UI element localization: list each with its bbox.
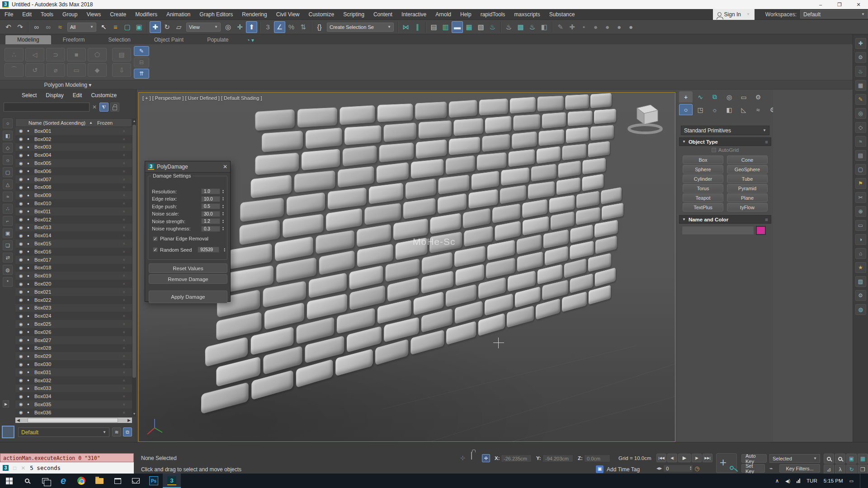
- table-row[interactable]: ◉●Box007∗: [15, 175, 132, 183]
- visibility-eye-icon[interactable]: ◉: [19, 201, 24, 206]
- strip-flag-icon[interactable]: ⚑: [855, 178, 866, 189]
- key-steps-icon[interactable]: ⌁: [769, 465, 773, 472]
- table-row[interactable]: ◉●Box013∗: [15, 224, 132, 232]
- spinner-icon[interactable]: ▲▼: [221, 226, 225, 232]
- dot4-icon[interactable]: ●: [613, 21, 625, 33]
- menu-civil-view[interactable]: Civil View: [272, 9, 304, 19]
- visibility-eye-icon[interactable]: ◉: [19, 362, 24, 367]
- strip-half-icon[interactable]: ◑: [855, 234, 866, 245]
- field-of-view-icon[interactable]: ⊿: [824, 465, 834, 474]
- strip-grid-icon[interactable]: ▦: [855, 80, 866, 91]
- vertical-scrollbar[interactable]: ▲ ▼: [132, 118, 137, 417]
- strip-disc-icon[interactable]: ◍: [855, 304, 866, 315]
- y-coordinate-field[interactable]: -94.203cm: [542, 455, 573, 462]
- visibility-eye-icon[interactable]: ◉: [19, 273, 24, 278]
- renderable-icon[interactable]: ●: [27, 346, 32, 350]
- visibility-eye-icon[interactable]: ◉: [19, 257, 24, 262]
- percent-snap-icon[interactable]: %: [286, 21, 297, 33]
- renderable-icon[interactable]: ●: [27, 354, 32, 358]
- table-row[interactable]: ◉●Box001∗: [15, 127, 132, 135]
- spinner-icon[interactable]: ▲▼: [221, 196, 225, 202]
- table-row[interactable]: ◉●Box033∗: [15, 385, 132, 393]
- renderable-icon[interactable]: ●: [27, 290, 32, 294]
- ribbon-button-8[interactable]: ▭: [67, 63, 86, 77]
- explorer-column-header[interactable]: Name (Sorted Ascending) ▲ Frozen: [15, 118, 132, 127]
- table-row[interactable]: ◉●Box008∗: [15, 183, 132, 192]
- table-row[interactable]: ◉●Box012∗: [15, 216, 132, 224]
- menu-help[interactable]: Help: [456, 9, 476, 19]
- tab-utilities[interactable]: ⚙: [751, 91, 765, 103]
- ribbon-extra-button-0[interactable]: ▤: [112, 48, 131, 61]
- table-row[interactable]: ◉●Box027∗: [15, 336, 132, 344]
- ribbon-button-0[interactable]: ∴: [5, 48, 24, 61]
- renderable-icon[interactable]: ●: [27, 193, 32, 197]
- ribbon-tab-populate[interactable]: Populate: [195, 35, 240, 44]
- checkbox-checked-icon[interactable]: ✓: [153, 236, 158, 241]
- autogrid-checkbox[interactable]: [712, 148, 716, 152]
- create-teapot-button[interactable]: Teapot: [683, 193, 723, 202]
- snap-toggle-icon[interactable]: 3: [262, 21, 274, 33]
- auto-key-button[interactable]: Auto Key: [741, 454, 767, 463]
- renderable-icon[interactable]: ●: [27, 249, 32, 253]
- rendered-frame-window-icon[interactable]: ▩: [515, 21, 526, 33]
- ribbon-button-7[interactable]: ⌀: [46, 63, 65, 77]
- scroll-down-icon[interactable]: ▼: [132, 411, 137, 417]
- renderable-icon[interactable]: ●: [27, 209, 32, 213]
- renderable-icon[interactable]: ●: [27, 242, 32, 246]
- menu-rapidtools[interactable]: rapidTools: [476, 9, 510, 19]
- renderable-icon[interactable]: ●: [27, 234, 32, 238]
- hierarchy-view-button[interactable]: ⧉: [123, 427, 132, 436]
- named-selection-sets-icon[interactable]: {}: [314, 21, 325, 33]
- table-row[interactable]: ◉●Box014∗: [15, 231, 132, 239]
- strip-gear-icon[interactable]: ⚙: [855, 52, 866, 63]
- scene-explorer-toggle-icon[interactable]: ▤: [428, 21, 439, 33]
- bind-spacewarp-icon[interactable]: ≈: [54, 21, 66, 33]
- z-coordinate-field[interactable]: 0.0cm: [584, 455, 610, 462]
- menu-create[interactable]: Create: [105, 9, 131, 19]
- add-icon[interactable]: ✚: [566, 21, 578, 33]
- visibility-eye-icon[interactable]: ◉: [19, 169, 24, 174]
- ribbon-button-9[interactable]: ◆: [88, 63, 107, 77]
- sign-in-button[interactable]: Sign In ▼: [713, 9, 755, 20]
- visibility-eye-icon[interactable]: ◉: [19, 241, 24, 246]
- primitive-category-dropdown[interactable]: Standard Primitives ▼: [681, 126, 769, 135]
- subtab-shapes[interactable]: ◳: [693, 104, 707, 115]
- ribbon-button-6[interactable]: ↺: [25, 63, 44, 77]
- table-row[interactable]: ◉●Box021∗: [15, 288, 132, 296]
- layer-list-button[interactable]: ≋: [112, 427, 121, 436]
- create-tube-button[interactable]: Tube: [727, 174, 768, 183]
- menu-modifiers[interactable]: Modifiers: [131, 9, 162, 19]
- table-row[interactable]: ◉●Box011∗: [15, 207, 132, 216]
- table-row[interactable]: ◉●Box017∗: [15, 256, 132, 264]
- spinner-icon[interactable]: ▲▼: [221, 218, 225, 224]
- table-row[interactable]: ◉●Box005∗: [15, 159, 132, 167]
- menu-maxscripts[interactable]: maxscripts: [509, 9, 544, 19]
- visibility-eye-icon[interactable]: ◉: [19, 177, 24, 182]
- create-torus-button[interactable]: Torus: [683, 184, 723, 192]
- table-row[interactable]: ◉●Box022∗: [15, 296, 132, 304]
- display-shapes-icon[interactable]: ◇: [3, 143, 13, 153]
- renderable-icon[interactable]: ●: [27, 258, 32, 262]
- renderable-icon[interactable]: ●: [27, 378, 32, 382]
- table-row[interactable]: ◉●Box016∗: [15, 248, 132, 256]
- task-view[interactable]: [36, 474, 54, 488]
- ribbon-extra-button-1[interactable]: ⇩: [112, 63, 131, 77]
- use-pivot-center-icon[interactable]: ◎: [222, 21, 234, 33]
- filter-button[interactable]: ⧨: [99, 103, 108, 112]
- renderable-icon[interactable]: ●: [27, 202, 32, 206]
- field-value[interactable]: 10.0: [201, 196, 220, 202]
- absolute-mode-toggle[interactable]: ✛: [482, 454, 490, 462]
- display-cameras-icon[interactable]: ▢: [3, 167, 13, 177]
- display-geometry-icon[interactable]: ◧: [3, 131, 13, 141]
- menu-customize[interactable]: Customize: [304, 9, 339, 19]
- menu-group[interactable]: Group: [58, 9, 82, 19]
- window-crossing-icon[interactable]: ▣: [133, 21, 145, 33]
- visibility-eye-icon[interactable]: ◉: [19, 153, 24, 158]
- mail[interactable]: [127, 474, 145, 488]
- table-row[interactable]: ◉●Box002∗: [15, 135, 132, 143]
- renderable-icon[interactable]: ●: [27, 177, 32, 181]
- add-time-tag[interactable]: Add Time Tag: [607, 466, 640, 473]
- visibility-eye-icon[interactable]: ◉: [19, 128, 24, 133]
- strip-target-icon[interactable]: ◎: [855, 108, 866, 119]
- table-row[interactable]: ◉●Box009∗: [15, 191, 132, 199]
